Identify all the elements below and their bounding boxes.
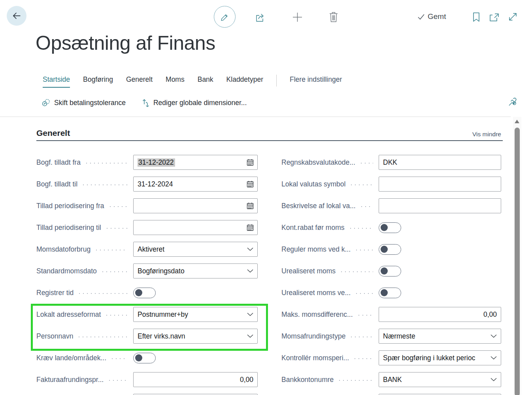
select-field-momsafrundingstype[interactable]: Nærmeste bbox=[379, 329, 501, 344]
unpin-icon[interactable] bbox=[507, 97, 518, 107]
tab-bogfoering[interactable]: Bogføring bbox=[83, 75, 113, 88]
share-button[interactable] bbox=[255, 12, 266, 23]
field-row: Urealiseret moms bbox=[281, 263, 501, 278]
chevron-down-icon[interactable] bbox=[246, 313, 253, 316]
action-label: Rediger globale dimensioner... bbox=[153, 99, 247, 107]
action-rediger-globale-dimensioner[interactable]: Rediger globale dimensioner... bbox=[141, 98, 247, 107]
field-row: Lokal valutas symbol bbox=[281, 177, 501, 192]
field-label-bankkontonumre: Bankkontonumre bbox=[281, 376, 334, 384]
tab-bank[interactable]: Bank bbox=[198, 75, 213, 88]
date-field-bogf-tilladt-fra[interactable]: 31-12-2022 bbox=[133, 155, 258, 170]
scrollbar-thumb[interactable] bbox=[515, 128, 520, 395]
edit-button[interactable] bbox=[214, 6, 236, 28]
calendar-icon[interactable] bbox=[246, 202, 254, 210]
tab-generelt[interactable]: Generelt bbox=[126, 75, 153, 88]
tab-divider bbox=[276, 75, 277, 87]
dotted-leader bbox=[94, 249, 128, 251]
select-field-personnavn[interactable]: Efter virks.navn bbox=[133, 329, 258, 344]
field-row: MomsafrundingstypeNærmeste bbox=[281, 329, 501, 344]
date-field-tillad-periodisering-til[interactable] bbox=[133, 220, 258, 235]
number-field-maks-momsdifferenc[interactable]: 0,00 bbox=[379, 307, 501, 322]
action-label: Skift betalingstolerance bbox=[54, 99, 126, 107]
open-in-new-window-button[interactable] bbox=[489, 13, 500, 22]
text-field-beskrivelse-af-lokal-va[interactable] bbox=[379, 198, 501, 213]
calendar-icon[interactable] bbox=[246, 180, 254, 188]
checkmark-icon bbox=[417, 13, 425, 21]
section-rule bbox=[36, 140, 503, 141]
fields-column-right: Regnskabsvalutakode...DKKLokal valutas s… bbox=[281, 155, 501, 395]
toggle-kont-rabat-f-r-moms[interactable] bbox=[379, 222, 401, 233]
dotted-leader bbox=[101, 271, 128, 273]
chevron-down-icon[interactable] bbox=[246, 248, 253, 251]
dotted-leader bbox=[349, 336, 373, 338]
calendar-icon[interactable] bbox=[246, 158, 254, 166]
chevron-down-icon[interactable] bbox=[490, 356, 497, 360]
dotted-leader bbox=[355, 249, 373, 251]
show-less-link[interactable]: Vis mindre bbox=[472, 131, 501, 138]
tab-moms[interactable]: Moms bbox=[166, 75, 185, 88]
field-label-kr-v-lande-omr-dek: Kræv lande/områdek... bbox=[36, 354, 106, 362]
chevron-down-icon[interactable] bbox=[490, 378, 497, 382]
expand-button[interactable] bbox=[508, 12, 518, 22]
page-title: Opsætning af Finans bbox=[36, 32, 215, 55]
field-label-lokalt-adresseformat: Lokalt adresseformat bbox=[36, 310, 101, 319]
bookmark-button[interactable] bbox=[473, 12, 480, 22]
field-row: Kont.rabat før moms bbox=[281, 220, 501, 235]
save-status-label: Gemt bbox=[428, 12, 446, 21]
chevron-down-icon[interactable] bbox=[490, 335, 497, 338]
field-row: Bogf. tilladt fra31-12-2022 bbox=[36, 155, 258, 170]
select-field-standardmomsdato[interactable]: Bogføringsdato bbox=[133, 263, 258, 278]
dotted-leader bbox=[355, 293, 373, 294]
dotted-leader bbox=[77, 293, 128, 294]
field-row: Urealiseret moms ve... bbox=[281, 285, 501, 300]
calendar-icon[interactable] bbox=[246, 224, 254, 231]
field-label-tillad-periodisering-fra: Tillad periodisering fra bbox=[36, 202, 104, 210]
tab-startside[interactable]: Startside bbox=[43, 75, 70, 88]
number-field-fakturaafrundingspr[interactable]: 0,00 bbox=[133, 372, 258, 387]
toggle-kr-v-lande-omr-dek[interactable] bbox=[133, 353, 156, 363]
scrollbar[interactable] bbox=[513, 117, 521, 395]
toggle-urealiseret-moms-ve[interactable] bbox=[379, 288, 401, 298]
expand-icon bbox=[508, 16, 518, 23]
toggle-reguler-moms-ved-k[interactable] bbox=[379, 244, 401, 255]
select-field-kontroll-r-momsperi[interactable]: Spær bogføring i lukket perioc bbox=[379, 350, 501, 365]
scroll-up-arrow-icon[interactable] bbox=[515, 120, 519, 123]
action-skift-betalingstolerance[interactable]: Skift betalingstolerance bbox=[42, 99, 126, 107]
toggle-knob bbox=[381, 224, 388, 231]
field-label-standardmomsdato: Standardmomsdato bbox=[36, 267, 97, 275]
dotted-leader bbox=[340, 271, 373, 273]
date-field-tillad-periodisering-fra[interactable] bbox=[133, 198, 258, 213]
chevron-down-icon[interactable] bbox=[246, 335, 253, 338]
dotted-leader bbox=[357, 314, 373, 316]
field-label-fakturaafrundingspr: Fakturaafrundingspr... bbox=[36, 376, 104, 384]
toolbar-divider bbox=[0, 117, 511, 117]
toggle-urealiseret-moms[interactable] bbox=[379, 266, 401, 276]
text-field-lokal-valutas-symbol[interactable] bbox=[379, 177, 501, 192]
date-field-bogf-tilladt-til[interactable]: 31-12-2024 bbox=[133, 177, 258, 192]
text-field-regnskabsvalutakode[interactable]: DKK bbox=[379, 155, 501, 170]
field-label-urealiseret-moms-ve: Urealiseret moms ve... bbox=[281, 289, 351, 297]
new-button[interactable] bbox=[292, 12, 303, 23]
select-field-bankkontonumre[interactable]: BANK bbox=[379, 372, 501, 387]
tab-flere-indstillinger[interactable]: Flere indstillinger bbox=[290, 75, 342, 88]
toggle-knob bbox=[381, 267, 388, 275]
field-row: Tillad periodisering fra bbox=[36, 198, 258, 213]
general-ledger-setup-page: Gemt Opsætning af Finans Startside Bogfø… bbox=[0, 0, 532, 395]
delete-button[interactable] bbox=[329, 11, 338, 23]
dotted-leader bbox=[360, 206, 373, 207]
field-label-regnskabsvalutakode: Regnskabsvalutakode... bbox=[281, 158, 355, 167]
select-field-lokalt-adresseformat[interactable]: Postnummer+by bbox=[133, 307, 258, 322]
field-label-bogf-tilladt-fra: Bogf. tilladt fra bbox=[36, 158, 81, 167]
toggle-knob bbox=[135, 289, 142, 296]
toggle-registrer-tid[interactable] bbox=[133, 288, 156, 298]
dotted-leader bbox=[349, 228, 374, 229]
dimensions-icon bbox=[141, 98, 150, 107]
back-button[interactable] bbox=[7, 6, 26, 26]
select-field-momsdatoforbrug[interactable]: Aktiveret bbox=[133, 242, 258, 257]
selected-text: 31-12-2022 bbox=[138, 158, 175, 167]
field-label-personnavn: Personnavn bbox=[36, 332, 73, 340]
tab-kladdetyper[interactable]: Kladdetyper bbox=[226, 75, 263, 88]
field-row: Bogf. tilladt til31-12-2024 bbox=[36, 177, 258, 192]
chevron-down-icon[interactable] bbox=[246, 269, 253, 273]
field-row: Regnskabsvalutakode...DKK bbox=[281, 155, 501, 170]
